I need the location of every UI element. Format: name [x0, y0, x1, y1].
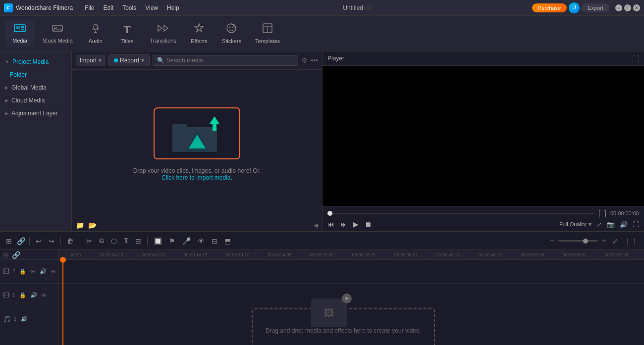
- record-button[interactable]: Record ▾: [108, 54, 150, 66]
- playhead[interactable]: [62, 260, 63, 345]
- import-button[interactable]: Import ▾: [76, 55, 106, 66]
- step-forward-button[interactable]: ⏭: [340, 220, 347, 228]
- toolbar-transitions[interactable]: Transitions: [144, 20, 182, 47]
- minimize-button[interactable]: −: [615, 4, 622, 11]
- text-button[interactable]: T: [122, 236, 130, 246]
- cut-button[interactable]: ✂: [84, 236, 94, 246]
- preview-button[interactable]: 👁: [196, 236, 207, 246]
- toolbar-titles[interactable]: T Titles: [112, 20, 142, 47]
- video2-visible-icon[interactable]: 👁: [51, 269, 56, 275]
- toolbar-effects[interactable]: Effects: [184, 20, 214, 47]
- adjust-button[interactable]: ⊟: [133, 236, 143, 246]
- timeline-toolbar: ⊞ 🔗 ↩ ↪ 🗑 ✂ ⧉ ⬡ T ⊟ 🔲 ⚑ 🎤 👁 ⊟ ⬒ − + ⤢ ⋮⋮: [0, 232, 644, 250]
- playhead-handle: [60, 257, 66, 263]
- new-folder-icon[interactable]: 📁: [76, 221, 84, 229]
- track-lane-video1[interactable]: Drag and drop media and effects here to …: [58, 284, 644, 307]
- zoom-slider[interactable]: [558, 240, 598, 242]
- global-media-label: Global Media: [11, 84, 47, 91]
- add-track-icon[interactable]: ⊞: [3, 251, 9, 259]
- main-content: ▼ Project Media Folder ▶ Global Media ▶ …: [0, 51, 644, 231]
- svg-point-7: [94, 24, 98, 29]
- delete-button[interactable]: 🗑: [65, 236, 76, 246]
- menu-file[interactable]: File: [81, 3, 98, 13]
- sidebar-item-adjustment-layer[interactable]: ▶ Adjustment Layer: [0, 107, 71, 120]
- timeline: ⊞ 🔗 ↩ ↪ 🗑 ✂ ⧉ ⬡ T ⊟ 🔲 ⚑ 🎤 👁 ⊟ ⬒ − + ⤢ ⋮⋮: [0, 231, 644, 345]
- menu-edit[interactable]: Edit: [100, 3, 118, 13]
- fit-screen-button[interactable]: ⤢: [596, 221, 602, 228]
- undo-button[interactable]: ↩: [34, 236, 44, 246]
- snap-button[interactable]: 🔲: [152, 236, 164, 246]
- play-button[interactable]: ▶: [353, 220, 359, 228]
- record-chevron-icon: ▾: [141, 57, 144, 64]
- collapse-icon[interactable]: ◀: [314, 222, 318, 229]
- audio1-icon: 🎵: [3, 315, 11, 323]
- user-avatar[interactable]: U: [569, 2, 580, 13]
- menu-help[interactable]: Help: [163, 3, 183, 13]
- timeline-settings-icon[interactable]: ⊞: [4, 236, 14, 246]
- maximize-button[interactable]: □: [624, 4, 631, 11]
- screenshot-button[interactable]: 📷: [607, 221, 615, 228]
- toolbar-templates[interactable]: Templates: [249, 20, 286, 47]
- fullscreen-button[interactable]: ⛶: [633, 221, 639, 228]
- marker-button[interactable]: ⚑: [167, 236, 177, 246]
- search-box: 🔍: [153, 55, 299, 66]
- menu-tools[interactable]: Tools: [118, 3, 140, 13]
- track-lane-video2[interactable]: [58, 260, 644, 284]
- tl-link-icon[interactable]: 🔗: [17, 237, 25, 245]
- toolbar-media[interactable]: Media: [5, 20, 35, 47]
- stop-button[interactable]: ⏹: [365, 220, 372, 228]
- import-label: Import: [80, 57, 97, 64]
- fit-timeline-button[interactable]: ⤢: [610, 236, 620, 246]
- video2-eye-icon[interactable]: 👁: [30, 269, 36, 275]
- filter-icon[interactable]: ⚙: [301, 56, 308, 64]
- bracket-out-icon[interactable]: ]: [604, 209, 606, 217]
- step-back-button[interactable]: ⏮: [327, 220, 334, 228]
- video2-lock-icon[interactable]: 🔒: [19, 268, 26, 275]
- volume-button[interactable]: 🔊: [620, 221, 628, 228]
- sidebar-item-global-media[interactable]: ▶ Global Media: [0, 81, 71, 94]
- import-link[interactable]: Click here to import media.: [161, 174, 232, 181]
- toolbar-audio[interactable]: Audio: [81, 20, 110, 47]
- voiceover-button[interactable]: 🎤: [180, 236, 193, 246]
- split-view-button[interactable]: ⊟: [210, 236, 219, 246]
- ruler-mark-7: 00:00:33:25: [343, 252, 385, 257]
- audio1-num: 1: [14, 316, 17, 322]
- titles-icon: T: [123, 23, 131, 36]
- quality-chevron-icon[interactable]: ▾: [589, 221, 591, 228]
- player-panel: Player ⛶ [ ] 00:00:00:00 ⏮ ⏭ ▶ ⏹ Ful: [322, 51, 644, 231]
- audio1-mute-icon[interactable]: 🔊: [21, 316, 28, 322]
- bracket-in-icon[interactable]: [: [598, 209, 600, 217]
- timeline-ruler: 00:00 00:00:04:25 00:00:09:20 00:00:14:1…: [58, 250, 644, 260]
- open-folder-icon[interactable]: 📂: [88, 221, 97, 229]
- ruler-mark-11: 00:00:53:06: [511, 252, 553, 257]
- mask-button[interactable]: ⬡: [109, 236, 119, 246]
- zoom-in-button[interactable]: +: [600, 236, 608, 246]
- more-icon[interactable]: •••: [311, 56, 318, 64]
- close-button[interactable]: ✕: [633, 4, 640, 11]
- toolbar-stickers[interactable]: Stickers: [216, 20, 247, 47]
- progress-handle[interactable]: [327, 211, 332, 216]
- info-icon[interactable]: ⓘ: [366, 3, 372, 12]
- copy-button[interactable]: ⧉: [97, 236, 106, 246]
- sidebar-item-cloud-media[interactable]: ▶ Cloud Media: [0, 94, 71, 107]
- track-header-audio1: 🎵 1 🔊: [0, 307, 58, 331]
- purchase-button[interactable]: Purchase: [532, 3, 567, 12]
- video1-visible-icon[interactable]: 👁: [41, 293, 47, 298]
- video2-mute-icon[interactable]: 🔊: [40, 268, 47, 275]
- player-expand-icon[interactable]: ⛶: [632, 54, 639, 62]
- redo-button[interactable]: ↪: [47, 236, 56, 246]
- track-link-icon[interactable]: 🔗: [12, 251, 20, 259]
- video1-lock-icon[interactable]: 🔒: [19, 292, 26, 298]
- video1-mute-icon[interactable]: 🔊: [30, 292, 37, 298]
- sidebar-item-folder[interactable]: Folder: [0, 68, 71, 81]
- search-input[interactable]: [166, 57, 294, 64]
- toolbar-stock-media[interactable]: Stock Media: [37, 20, 79, 47]
- export-button[interactable]: Export: [582, 3, 609, 12]
- toolbar: Media Stock Media Audio T Titles: [0, 16, 644, 51]
- tl-more-button[interactable]: ⋮⋮: [622, 236, 640, 246]
- menu-view[interactable]: View: [141, 3, 162, 13]
- progress-bar[interactable]: [327, 213, 594, 214]
- zoom-out-button[interactable]: −: [547, 236, 556, 246]
- insert-button[interactable]: ⬒: [222, 236, 233, 246]
- sidebar-item-project-media[interactable]: ▼ Project Media: [0, 55, 71, 68]
